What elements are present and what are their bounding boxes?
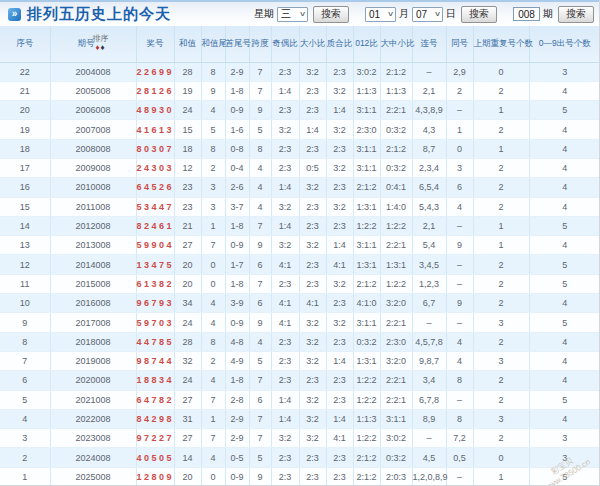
cell-bigmidsmall: 0:4:1 [380, 178, 412, 197]
cell-sumtail: 1 [201, 409, 225, 428]
table-row: 12 2014008 13475 20 0 1-7 6 4:1 2:3 4:1 … [0, 255, 600, 274]
cell-consecutive: 6,7 [412, 294, 446, 313]
cell-firstlast: 1-8 [225, 371, 249, 390]
cell-sumtail: 3 [201, 197, 225, 216]
cell-bigmidsmall: 2:2:1 [380, 313, 412, 332]
cell-012: 1:1:3 [353, 81, 380, 100]
cell-same: 2,9 [446, 62, 473, 81]
cell-consecutive: 9,8,7 [412, 351, 446, 370]
cell-seq: 9 [0, 313, 50, 332]
col-header-span: 跨度 [249, 26, 271, 62]
cell-firstlast: 2-9 [225, 409, 249, 428]
cell-oddeven: 2:3 [271, 467, 299, 486]
cell-consecutive: 6,7,8 [412, 390, 446, 409]
day-select[interactable]: 07 ∨ [412, 7, 443, 22]
cell-prize: 18834 [136, 371, 174, 390]
col-header-digitcount: 0—9出号个数 [529, 26, 600, 62]
cell-same: 7,2 [446, 429, 473, 448]
cell-repeat: 3 [473, 313, 529, 332]
col-header-012: 012比 [353, 26, 380, 62]
cell-sum: 18 [174, 139, 201, 158]
col-header-sum: 和值 [174, 26, 201, 62]
cell-sum: 34 [174, 294, 201, 313]
cell-firstlast: 1-6 [225, 120, 249, 139]
cell-repeat: 1 [473, 216, 529, 235]
cell-primecomp: 3:2 [326, 81, 353, 100]
cell-repeat: 2 [473, 371, 529, 390]
cell-oddeven: 4:1 [271, 313, 299, 332]
cell-sumtail: 7 [201, 390, 225, 409]
cell-span: 7 [249, 371, 271, 390]
week-search-button[interactable]: 搜索 [313, 6, 349, 23]
cell-oddeven: 2:3 [271, 62, 299, 81]
history-table: 序号 期号 排序 ♦♦ 奖号 和值 和值尾 首尾号 [0, 26, 600, 486]
month-select[interactable]: 01 ∨ [365, 7, 396, 22]
cell-primecomp: 3:2 [326, 313, 353, 332]
cell-issue: 2010008 [50, 178, 136, 197]
cell-bigsmall: 3:2 [299, 429, 326, 448]
issue-search-button[interactable]: 搜索 [558, 6, 594, 23]
issue-input[interactable] [513, 7, 540, 21]
cell-span: 6 [249, 390, 271, 409]
cell-span: 4 [249, 197, 271, 216]
cell-bigmidsmall: 1:1:3 [380, 81, 412, 100]
cell-issue: 2011008 [50, 197, 136, 216]
title-group: » 排列五历史上的今天 [8, 5, 171, 24]
cell-012: 1:2:2 [353, 216, 380, 235]
cell-012: 1:3:1 [353, 255, 380, 274]
cell-repeat: 2 [473, 429, 529, 448]
cell-primecomp: 2:3 [326, 139, 353, 158]
issue-sort-control[interactable]: 排序 ♦♦ [93, 35, 109, 52]
cell-repeat: 0 [473, 62, 529, 81]
cell-consecutive: 4,3 [412, 120, 446, 139]
cell-bigmidsmall: 0:3:2 [380, 158, 412, 177]
cell-span: 5 [249, 120, 271, 139]
table-row: 6 2020008 18834 24 4 1-8 7 2:3 2:3 2:3 1… [0, 371, 600, 390]
cell-sumtail: 4 [201, 448, 225, 467]
table-row: 5 2021008 64782 27 7 2-8 6 1:4 3:2 2:3 1… [0, 390, 600, 409]
sort-desc-icon[interactable]: ♦ [101, 43, 106, 52]
cell-firstlast: 0-9 [225, 313, 249, 332]
cell-primecomp: 2:3 [326, 178, 353, 197]
cell-bigsmall: 3:2 [299, 332, 326, 351]
col-header-bigsmall: 大小比 [299, 26, 326, 62]
cell-prize: 24303 [136, 158, 174, 177]
cell-bigsmall: 3:2 [299, 313, 326, 332]
cell-consecutive: 2,1 [412, 216, 446, 235]
cell-firstlast: 0-9 [225, 467, 249, 486]
cell-sumtail: 4 [201, 101, 225, 120]
cell-digitcount: 5 [529, 216, 600, 235]
cell-seq: 21 [0, 81, 50, 100]
cell-bigmidsmall: 0:3:2 [380, 120, 412, 139]
day-select-value: 07 [416, 9, 427, 20]
cell-bigsmall: 4:1 [299, 294, 326, 313]
cell-sum: 24 [174, 101, 201, 120]
weekday-select[interactable]: 三 ∨ [277, 7, 308, 22]
date-search-button[interactable]: 搜索 [461, 6, 497, 23]
cell-sumtail: 7 [201, 429, 225, 448]
cell-repeat: 1 [473, 101, 529, 120]
cell-sum: 19 [174, 81, 201, 100]
cell-prize: 96793 [136, 294, 174, 313]
table-row: 20 2006008 48930 24 4 0-9 9 2:3 2:3 1:4 … [0, 101, 600, 120]
cell-bigsmall: 3:2 [299, 62, 326, 81]
table-row: 4 2022008 84298 31 1 2-9 7 1:4 3:2 1:4 1… [0, 409, 600, 428]
table-row: 18 2008008 80307 18 8 0-8 8 2:3 2:3 2:3 … [0, 139, 600, 158]
cell-digitcount: 3 [529, 62, 600, 81]
cell-span: 5 [249, 448, 271, 467]
cell-012: 2:1:2 [353, 274, 380, 293]
cell-012: 2:3:0 [353, 120, 380, 139]
cell-span: 7 [249, 62, 271, 81]
cell-bigsmall: 2:3 [299, 216, 326, 235]
cell-firstlast: 2-9 [225, 62, 249, 81]
cell-oddeven: 2:3 [271, 139, 299, 158]
cell-consecutive: – [412, 62, 446, 81]
cell-primecomp: 3:2 [326, 120, 353, 139]
cell-same: 9 [446, 236, 473, 255]
cell-issue: 2005008 [50, 81, 136, 100]
cell-seq: 19 [0, 120, 50, 139]
cell-digitcount: 5 [529, 255, 600, 274]
cell-bigsmall: 2:3 [299, 448, 326, 467]
cell-span: 7 [249, 216, 271, 235]
col-header-primecomp: 质合比 [326, 26, 353, 62]
